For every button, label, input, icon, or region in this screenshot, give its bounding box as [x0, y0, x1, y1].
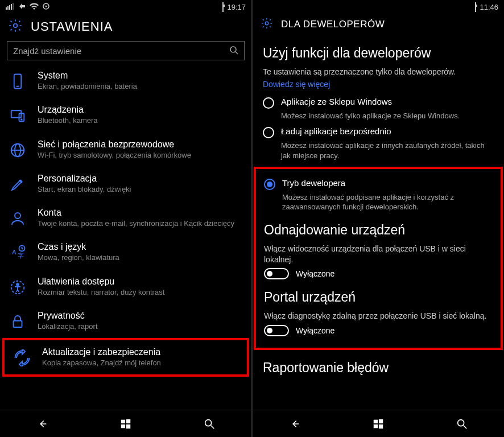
svg-rect-2	[9, 5, 10, 10]
svg-line-37	[464, 425, 467, 428]
item-sub: Bluetooth, kamera	[38, 116, 243, 125]
settings-item-network[interactable]: Sieć i połączenia bezprzewodowe Wi-Fi, t…	[0, 133, 251, 167]
settings-item-system[interactable]: System Ekran, powiadomienia, bateria	[0, 64, 251, 98]
svg-rect-3	[11, 4, 12, 10]
back-button[interactable]	[278, 418, 312, 430]
settings-item-personalization[interactable]: Personalizacja Start, ekran blokady, dźw…	[0, 167, 251, 201]
language-icon: A字	[8, 243, 27, 262]
section-heading-device-discovery: Odnajdowanie urządzeń	[264, 222, 493, 238]
highlight-annotation: Aktualizacje i zabezpieczenia Kopia zapa…	[2, 338, 249, 377]
svg-rect-4	[13, 3, 14, 10]
settings-item-devices[interactable]: Urządzenia Bluetooth, kamera	[0, 98, 251, 132]
nav-bar	[0, 410, 251, 437]
highlight-annotation: Tryb dewelopera Możesz instalować podpis…	[254, 167, 503, 351]
portal-desc: Włącz diagnostykę zdalną przez połączeni…	[264, 311, 493, 321]
developer-content: Użyj funkcji dla deweloperów Te ustawien…	[253, 36, 504, 410]
radio-label: Ładuj aplikacje bezpośrednio	[281, 126, 391, 136]
settings-item-accounts[interactable]: Konta Twoje konta, poczta e-mail, synchr…	[0, 201, 251, 235]
svg-rect-33	[379, 419, 383, 423]
back-button[interactable]	[25, 418, 59, 430]
item-title: Ułatwienia dostępu	[38, 277, 243, 287]
svg-point-36	[458, 419, 464, 426]
radio-sideload-apps[interactable]: Ładuj aplikacje bezpośrednio	[263, 126, 494, 138]
start-button[interactable]	[109, 418, 143, 430]
svg-point-8	[230, 47, 236, 52]
item-title: Prywatność	[38, 311, 243, 321]
svg-line-30	[211, 425, 214, 428]
svg-rect-25	[121, 419, 125, 423]
battery-icon	[222, 3, 224, 11]
item-sub: Mowa, region, klawiatura	[38, 253, 243, 262]
radio-icon	[263, 127, 274, 138]
nav-bar	[253, 410, 504, 437]
status-time: 11:46	[480, 3, 498, 11]
accessibility-icon	[8, 278, 27, 297]
status-bar: 19:17	[0, 0, 251, 14]
toggle-label: Wyłączone	[296, 326, 334, 335]
item-sub: Twoje konta, poczta e-mail, synchronizac…	[38, 219, 243, 228]
settings-item-time-language[interactable]: A字 Czas i język Mowa, region, klawiatura	[0, 235, 251, 269]
settings-item-privacy[interactable]: Prywatność Lokalizacja, raport	[0, 304, 251, 338]
data-icon	[18, 2, 26, 12]
search-placeholder: Znajdź ustawienie	[13, 46, 229, 56]
start-button[interactable]	[361, 418, 395, 430]
signal-icon	[6, 3, 15, 11]
item-title: Urządzenia	[38, 105, 243, 115]
discovery-desc: Włącz widoczność urządzenia dla połączeń…	[264, 244, 493, 265]
section-heading-device-portal: Portal urządzeń	[264, 290, 493, 305]
item-title: Sieć i połączenia bezprzewodowe	[38, 139, 243, 150]
item-title: System	[38, 71, 243, 81]
location-icon	[42, 2, 50, 12]
status-time: 19:17	[227, 3, 246, 11]
radio-icon	[263, 97, 274, 109]
svg-point-29	[205, 419, 212, 426]
svg-text:A: A	[12, 249, 16, 255]
section-heading-developer-features: Użyj funkcji dla deweloperów	[263, 46, 494, 61]
svg-point-6	[46, 5, 47, 7]
gear-icon	[8, 18, 23, 35]
svg-rect-35	[379, 424, 383, 428]
svg-rect-24	[14, 321, 22, 327]
search-button[interactable]	[192, 418, 226, 430]
radio-desc: Możesz instalować aplikacje z innych zau…	[281, 141, 494, 160]
item-sub: Kopia zapasowa, Znajdź mój telefon	[42, 358, 239, 368]
item-sub: Start, ekran blokady, dźwięki	[38, 185, 243, 194]
radio-developer-mode[interactable]: Tryb dewelopera	[264, 178, 493, 190]
svg-point-18	[15, 213, 20, 218]
svg-point-14	[21, 119, 22, 120]
devices-icon	[8, 106, 27, 125]
globe-icon	[8, 141, 27, 160]
item-sub: Ekran, powiadomienia, bateria	[38, 82, 243, 91]
system-icon	[8, 72, 27, 91]
radio-store-apps[interactable]: Aplikacje ze Sklepu Windows	[263, 97, 494, 109]
search-button[interactable]	[445, 418, 479, 430]
learn-more-link[interactable]: Dowiedz się więcej	[263, 80, 494, 89]
svg-rect-12	[11, 111, 22, 118]
update-icon	[13, 348, 32, 368]
account-icon	[8, 209, 27, 228]
settings-item-accessibility[interactable]: Ułatwienia dostępu Rozmiar tekstu, narra…	[0, 270, 251, 304]
svg-rect-28	[126, 424, 130, 428]
settings-item-update-security[interactable]: Aktualizacje i zabezpieczenia Kopia zapa…	[5, 340, 247, 374]
item-sub: Rozmiar tekstu, narrator, duży kontrast	[38, 288, 243, 297]
battery-icon	[475, 3, 476, 11]
svg-rect-32	[374, 419, 378, 423]
radio-icon-selected	[264, 179, 275, 190]
toggle-device-discovery[interactable]	[264, 268, 289, 279]
wifi-icon	[30, 3, 39, 11]
svg-rect-27	[121, 424, 125, 427]
page-header: DLA DEWELOPERÓW	[253, 14, 504, 36]
search-input[interactable]: Znajdź ustawienie	[7, 41, 245, 60]
svg-point-31	[265, 22, 268, 25]
svg-point-7	[14, 24, 18, 28]
search-icon	[229, 46, 238, 56]
radio-desc: Możesz instalować tylko aplikacje ze Skl…	[281, 111, 494, 121]
item-sub: Wi-Fi, tryb samolotowy, połączenia komór…	[38, 151, 243, 160]
settings-list: System Ekran, powiadomienia, bateria Urz…	[0, 64, 251, 410]
page-title: DLA DEWELOPERÓW	[281, 19, 385, 30]
toggle-device-portal[interactable]	[264, 325, 289, 336]
radio-label: Aplikacje ze Sklepu Windows	[281, 97, 392, 106]
section-heading-error-reporting: Raportowanie błędów	[263, 360, 494, 376]
svg-rect-1	[7, 6, 9, 10]
svg-point-23	[16, 283, 19, 286]
